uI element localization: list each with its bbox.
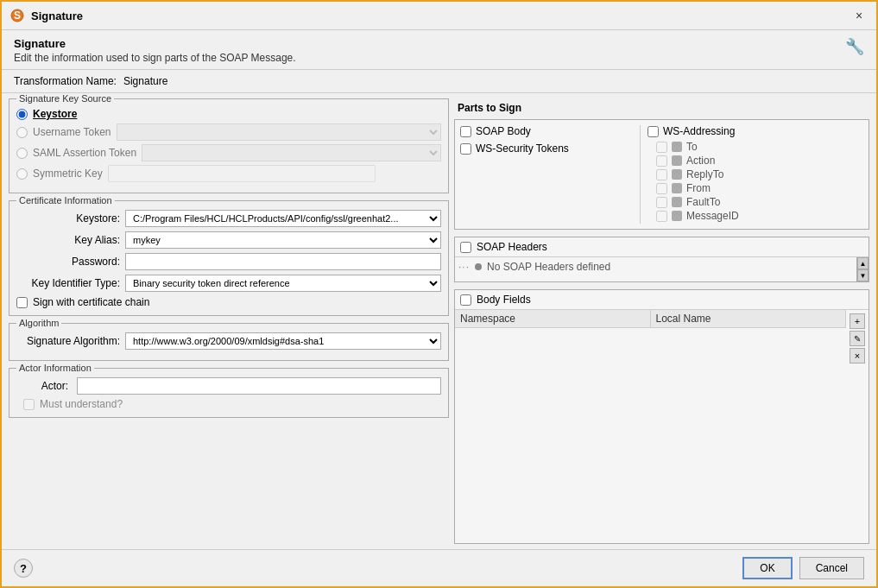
svg-text:S: S [14, 9, 21, 22]
local-name-col-header: Local Name [651, 310, 847, 327]
dots-indicator: ··· [458, 261, 470, 273]
username-token-radio[interactable] [16, 127, 28, 138]
password-row: Password: [16, 253, 441, 270]
action-icon [672, 155, 682, 166]
namespace-col-header: Namespace [455, 310, 651, 327]
ok-button[interactable]: OK [742, 557, 792, 579]
ws-to-label: To [686, 141, 698, 153]
must-understand-row[interactable]: Must understand? [23, 398, 441, 410]
key-alias-select[interactable]: mykey [125, 231, 441, 249]
left-panel: Signature Key Source Keystore Username T… [9, 98, 449, 544]
ws-to-checkbox[interactable] [656, 142, 667, 153]
ws-replyto-checkbox[interactable] [656, 169, 667, 180]
soap-body-check-item[interactable]: SOAP Body [460, 125, 633, 137]
signature-dialog: S Signature × Signature Edit the informa… [0, 0, 878, 588]
symmetric-key-radio-row[interactable]: Symmetric Key [16, 165, 441, 182]
from-icon [672, 183, 682, 193]
soap-headers-checkbox[interactable] [460, 242, 471, 253]
scroll-down-button[interactable]: ▼ [857, 269, 869, 281]
key-alias-label: Key Alias: [16, 234, 120, 246]
soap-body-label: SOAP Body [476, 125, 531, 137]
no-headers-text: No SOAP Headers defined [487, 261, 610, 273]
replyto-icon [672, 169, 682, 180]
sign-chain-checkbox[interactable] [16, 297, 28, 308]
saml-assertion-radio[interactable] [16, 148, 28, 159]
title-bar: S Signature × [2, 2, 876, 30]
close-button[interactable]: × [850, 7, 868, 24]
soap-headers-box: SOAP Headers ··· No SOAP Headers defined… [454, 237, 869, 282]
add-body-field-button[interactable]: + [850, 313, 865, 329]
ws-item-replyto[interactable]: ReplyTo [656, 168, 863, 180]
ws-replyto-label: ReplyTo [686, 168, 723, 180]
sig-algo-select[interactable]: http://www.w3.org/2000/09/xmldsig#dsa-sh… [125, 332, 441, 350]
header-section: Signature Edit the information used to s… [2, 30, 876, 70]
sign-chain-row[interactable]: Sign with certificate chain [16, 296, 441, 308]
keystore-field-label: Keystore: [16, 212, 120, 224]
ws-item-faultto[interactable]: FaultTo [656, 196, 863, 208]
key-id-type-select[interactable]: Binary security token direct reference [125, 275, 441, 292]
bottom-bar: ? OK Cancel [2, 549, 876, 586]
ws-messageid-checkbox[interactable] [656, 211, 667, 222]
actor-info-title: Actor Information [16, 363, 94, 373]
soap-headers-scrollbar: ▲ ▼ [856, 257, 869, 281]
body-fields-checkbox[interactable] [460, 294, 471, 306]
certificate-info-group: Certificate Information Keystore: C:/Pro… [9, 200, 449, 316]
saml-assertion-radio-row[interactable]: SAML Assertion Token [16, 144, 441, 161]
symmetric-key-input[interactable] [108, 165, 376, 182]
keystore-row: Keystore: C:/Program Files/HCL/HCLProduc… [16, 210, 441, 227]
edit-body-field-button[interactable]: ✎ [850, 331, 865, 346]
ws-item-action[interactable]: Action [656, 155, 863, 167]
actor-info-group: Actor Information Actor: Must understand… [9, 368, 449, 418]
ws-security-check-item[interactable]: WS-Security Tokens [460, 142, 633, 155]
ws-from-checkbox[interactable] [656, 183, 667, 194]
username-token-select[interactable] [117, 123, 442, 141]
ws-addressing-section: WS-Addressing To Action [647, 125, 863, 224]
signature-algo-row: Signature Algorithm: http://www.w3.org/2… [16, 332, 441, 350]
soap-body-checkbox[interactable] [460, 126, 471, 137]
algorithm-title: Algorithm [16, 318, 61, 328]
body-fields-title-row: Body Fields [455, 290, 869, 310]
transformation-name-row: Transformation Name: Signature [2, 70, 876, 93]
keystore-select[interactable]: C:/Program Files/HCL/HCLProducts/API/con… [125, 210, 441, 227]
soap-headers-label: SOAP Headers [477, 241, 547, 253]
ws-action-checkbox[interactable] [656, 155, 667, 167]
actor-input[interactable] [77, 377, 441, 395]
soap-checks: SOAP Body WS-Security Tokens [460, 125, 633, 224]
ws-addr-header[interactable]: WS-Addressing [647, 125, 863, 137]
placeholder-dot [475, 263, 482, 270]
keystore-radio[interactable] [16, 109, 28, 120]
messageid-icon [672, 211, 682, 221]
soap-ws-section: SOAP Body WS-Security Tokens WS-Add [454, 119, 869, 230]
symmetric-key-radio[interactable] [16, 168, 28, 180]
body-fields-box: Body Fields Namespace Local Name + ✎ × [454, 289, 869, 544]
ws-item-messageid[interactable]: MessageID [656, 210, 863, 222]
password-input[interactable] [125, 253, 441, 270]
password-label: Password: [16, 256, 120, 268]
ws-faultto-checkbox[interactable] [656, 197, 667, 208]
help-button[interactable]: ? [14, 559, 33, 578]
sig-algo-label: Signature Algorithm: [16, 335, 120, 347]
ws-item-from[interactable]: From [656, 182, 863, 194]
body-fields-actions: + ✎ × [846, 310, 869, 397]
actor-row: Actor: [16, 377, 441, 395]
dialog-icon: S [10, 9, 24, 22]
ws-security-checkbox[interactable] [460, 143, 471, 155]
ws-addressing-checkbox[interactable] [647, 126, 659, 137]
header-title: Signature [14, 37, 296, 50]
saml-assertion-select[interactable] [142, 144, 441, 161]
ws-addressing-label: WS-Addressing [663, 125, 735, 137]
header-description: Edit the information used to sign parts … [14, 52, 296, 64]
soap-headers-title-row: SOAP Headers [455, 237, 869, 257]
body-fields-content [455, 328, 846, 397]
username-token-radio-row[interactable]: Username Token [16, 123, 441, 141]
soap-headers-content-area: ··· No SOAP Headers defined ▲ ▼ [455, 257, 869, 281]
keystore-radio-row[interactable]: Keystore [16, 108, 441, 120]
body-fields-label: Body Fields [477, 294, 531, 306]
scroll-up-button[interactable]: ▲ [857, 257, 869, 269]
body-fields-header: Namespace Local Name [455, 310, 846, 328]
sign-chain-label: Sign with certificate chain [33, 296, 149, 308]
cancel-button[interactable]: Cancel [799, 557, 864, 579]
must-understand-checkbox[interactable] [23, 399, 35, 410]
ws-item-to[interactable]: To [656, 141, 863, 153]
remove-body-field-button[interactable]: × [850, 348, 865, 364]
